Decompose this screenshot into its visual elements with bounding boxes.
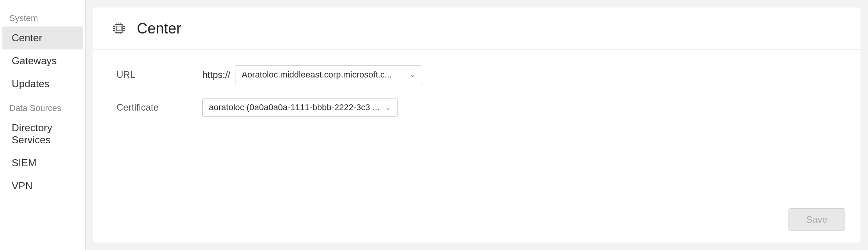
sidebar-item-gateways[interactable]: Gateways bbox=[2, 49, 83, 72]
sidebar-item-vpn[interactable]: VPN bbox=[2, 174, 83, 197]
url-dropdown-value: Aoratoloc.middleeast.corp.microsoft.c... bbox=[242, 70, 392, 80]
save-button-area: Save bbox=[93, 208, 861, 243]
certificate-dropdown[interactable]: aoratoloc (0a0a0a0a-1111-bbbb-2222-3c3 .… bbox=[202, 98, 398, 117]
certificate-label: Certificate bbox=[117, 102, 202, 113]
panel-body: URL https:// Aoratoloc.middleeast.corp.m… bbox=[93, 50, 861, 208]
system-section-label: System bbox=[0, 8, 85, 26]
svg-rect-1 bbox=[117, 26, 121, 31]
sidebar-item-center[interactable]: Center bbox=[2, 26, 83, 49]
url-dropdown[interactable]: Aoratoloc.middleeast.corp.microsoft.c...… bbox=[235, 65, 422, 84]
main-content: Center URL https:// Aoratoloc.middleeast… bbox=[86, 0, 868, 250]
url-group: https:// Aoratoloc.middleeast.corp.micro… bbox=[202, 65, 422, 84]
page-title: Center bbox=[137, 20, 181, 37]
svg-rect-0 bbox=[115, 25, 123, 32]
url-label: URL bbox=[117, 69, 202, 80]
sidebar: System Center Gateways Updates Data Sour… bbox=[0, 0, 86, 250]
url-chevron-down-icon: ⌄ bbox=[410, 70, 415, 79]
certificate-dropdown-value: aoratoloc (0a0a0a0a-1111-bbbb-2222-3c3 .… bbox=[209, 102, 380, 113]
url-row: URL https:// Aoratoloc.middleeast.corp.m… bbox=[117, 65, 837, 84]
center-icon bbox=[109, 18, 129, 39]
data-sources-section-label: Data Sources bbox=[0, 95, 85, 116]
panel-header: Center bbox=[93, 7, 861, 50]
content-panel: Center URL https:// Aoratoloc.middleeast… bbox=[93, 7, 861, 243]
sidebar-item-siem[interactable]: SIEM bbox=[2, 151, 83, 174]
url-prefix: https:// bbox=[202, 69, 230, 80]
sidebar-item-updates[interactable]: Updates bbox=[2, 72, 83, 95]
save-button[interactable]: Save bbox=[788, 208, 845, 231]
certificate-chevron-down-icon: ⌄ bbox=[385, 103, 391, 112]
certificate-row: Certificate aoratoloc (0a0a0a0a-1111-bbb… bbox=[117, 98, 837, 117]
sidebar-item-directory-services[interactable]: Directory Services bbox=[2, 116, 83, 151]
